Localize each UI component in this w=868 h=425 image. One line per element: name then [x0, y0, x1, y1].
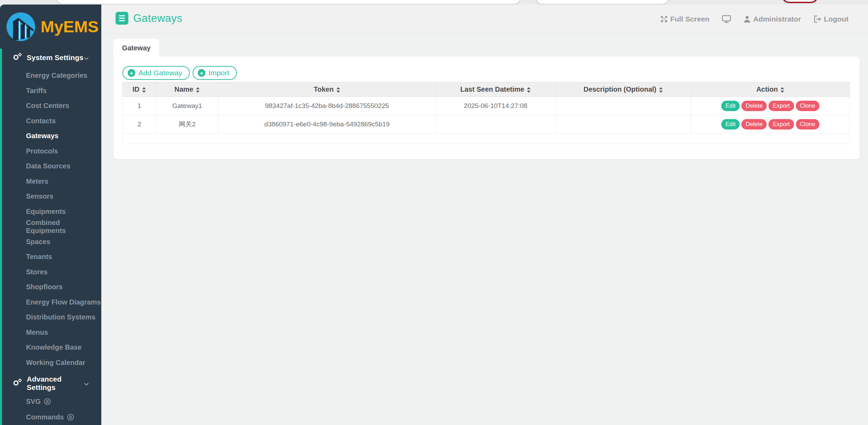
- expand-icon: [660, 15, 668, 23]
- gears-icon: [12, 53, 22, 62]
- cell-last-seen: [436, 115, 556, 134]
- sidebar-item-sensors[interactable]: Sensors: [0, 189, 101, 204]
- sort-icon: [142, 87, 146, 93]
- table-row: 1 Gateway1 983427af-1c35-42ba-8b4d-28867…: [123, 97, 850, 115]
- sidebar-item-svg[interactable]: SVG: [0, 394, 101, 409]
- sidebar-item-commands[interactable]: Commands: [0, 409, 101, 425]
- sort-icon: [196, 87, 200, 93]
- cell-actions: Edit Delete Export Clone: [691, 97, 850, 115]
- column-header-description[interactable]: Description (Optional): [556, 82, 691, 97]
- monitor-icon: [722, 15, 731, 23]
- sort-icon: [659, 87, 663, 93]
- nav-list-advanced: SVG Commands: [0, 394, 101, 425]
- edit-button[interactable]: Edit: [721, 119, 740, 130]
- sidebar-item-distribution-systems[interactable]: Distribution Systems: [0, 310, 101, 325]
- nav-list-system: Energy Categories Tariffs Cost Centers C…: [0, 68, 101, 370]
- sidebar-item-equipments[interactable]: Equipments: [0, 204, 101, 219]
- table-row: 2 网关2 d3860971-e6e0-4c98-9eba-5492869c5b…: [123, 115, 850, 134]
- sidebar-item-energy-flow-diagrams[interactable]: Energy Flow Diagrams: [0, 295, 101, 310]
- logout-button[interactable]: Logout: [814, 15, 849, 23]
- sidebar-item-tenants[interactable]: Tenants: [0, 249, 101, 265]
- nav-section-label: Advanced Settings: [27, 375, 84, 392]
- nav-section-label: System Settings: [27, 53, 83, 62]
- header-menu: Full Screen Administrator: [660, 5, 849, 34]
- sidebar-item-meters[interactable]: Meters: [0, 174, 101, 189]
- top-overlay-strip: [0, 0, 868, 5]
- brand-logo[interactable]: MyEMS: [0, 5, 101, 49]
- sidebar-item-tariffs[interactable]: Tariffs: [0, 83, 101, 99]
- sidebar-item-shopfloors[interactable]: Shopfloors: [0, 280, 101, 295]
- toolbar: Add Gateway Import: [122, 66, 237, 80]
- delete-button[interactable]: Delete: [741, 119, 767, 130]
- top-overlay-input-large[interactable]: [57, 0, 520, 4]
- cell-name: Gateway1: [156, 97, 219, 115]
- user-menu[interactable]: Administrator: [743, 15, 801, 23]
- plus-circle-icon: [198, 69, 205, 77]
- full-screen-button[interactable]: Full Screen: [660, 15, 709, 23]
- edit-button[interactable]: Edit: [721, 101, 740, 111]
- column-header-id[interactable]: ID: [123, 82, 156, 97]
- sidebar-item-spaces[interactable]: Spaces: [0, 234, 101, 250]
- cell-description: [556, 115, 691, 134]
- delete-button[interactable]: Delete: [741, 101, 767, 111]
- myems-logo-icon: [6, 12, 36, 42]
- sidebar-item-label: Commands: [26, 413, 64, 421]
- sidebar-item-energy-categories[interactable]: Energy Categories: [0, 68, 101, 83]
- export-button[interactable]: Export: [768, 119, 794, 130]
- table-empty-row: [123, 134, 850, 144]
- clone-button[interactable]: Clone: [796, 101, 819, 111]
- tab-gateway[interactable]: Gateway: [113, 39, 159, 57]
- sidebar-item-menus[interactable]: Menus: [0, 325, 101, 340]
- sort-icon: [337, 87, 340, 93]
- top-overlay-red-pill[interactable]: [782, 0, 818, 3]
- sidebar-item-protocols[interactable]: Protocols: [0, 144, 101, 159]
- cell-token: d3860971-e6e0-4c98-9eba-5492869c5b19: [219, 115, 436, 134]
- sidebar-item-working-calendar[interactable]: Working Calendar: [0, 355, 101, 370]
- sidebar: MyEMS System Settings: [0, 5, 101, 425]
- import-button[interactable]: Import: [193, 66, 237, 80]
- column-header-name[interactable]: Name: [156, 82, 219, 97]
- sidebar-item-knowledge-base[interactable]: Knowledge Base: [0, 340, 101, 355]
- cell-name: 网关2: [156, 115, 219, 134]
- clone-button[interactable]: Clone: [796, 119, 819, 130]
- gears-icon: [12, 378, 22, 388]
- column-header-token[interactable]: Token: [219, 82, 436, 97]
- hamburger-icon: [119, 15, 125, 16]
- gateways-table: ID Name Token Last Seen Datetime Descrip…: [122, 82, 850, 144]
- cell-token: 983427af-1c35-42ba-8b4d-288675550225: [219, 97, 436, 115]
- top-overlay-input-small[interactable]: [536, 0, 669, 4]
- user-icon: [743, 15, 751, 23]
- empty-cell: [123, 134, 850, 144]
- export-button[interactable]: Export: [768, 101, 794, 111]
- cell-id: 1: [123, 97, 156, 115]
- nav-section-advanced-settings[interactable]: Advanced Settings: [0, 376, 101, 391]
- plus-circle-icon: [128, 69, 135, 77]
- add-gateway-button[interactable]: Add Gateway: [122, 66, 190, 80]
- user-name-label: Administrator: [753, 15, 801, 23]
- sidebar-item-cost-centers[interactable]: Cost Centers: [0, 98, 101, 114]
- circled-list-icon: [44, 398, 51, 405]
- sidebar-toggle-button[interactable]: [116, 12, 128, 25]
- sign-out-icon: [814, 15, 822, 23]
- sidebar-scrollbar[interactable]: [0, 49, 2, 425]
- sort-icon: [781, 87, 784, 93]
- chevron-down-icon: [84, 53, 89, 62]
- display-mode-button[interactable]: [722, 15, 731, 23]
- cell-actions: Edit Delete Export Clone: [691, 115, 850, 134]
- sidebar-item-label: SVG: [26, 398, 41, 406]
- full-screen-label: Full Screen: [670, 15, 709, 23]
- sidebar-item-contacts[interactable]: Contacts: [0, 114, 101, 129]
- sidebar-item-combined-equipments[interactable]: Combined Equipments: [0, 219, 101, 234]
- cell-description: [556, 97, 691, 115]
- column-header-action[interactable]: Action: [691, 82, 850, 97]
- import-label: Import: [209, 69, 229, 77]
- sidebar-item-gateways[interactable]: Gateways: [0, 128, 101, 144]
- sidebar-item-stores[interactable]: Stores: [0, 265, 101, 280]
- sidebar-item-data-sources[interactable]: Data Sources: [0, 159, 101, 174]
- cell-id: 2: [123, 115, 156, 134]
- app-header: Gateways Full Screen: [0, 5, 868, 34]
- add-gateway-label: Add Gateway: [138, 69, 182, 77]
- nav-section-system-settings[interactable]: System Settings: [0, 50, 101, 65]
- table-header-row: ID Name Token Last Seen Datetime Descrip…: [123, 82, 850, 97]
- column-header-last-seen[interactable]: Last Seen Datetime: [436, 82, 556, 97]
